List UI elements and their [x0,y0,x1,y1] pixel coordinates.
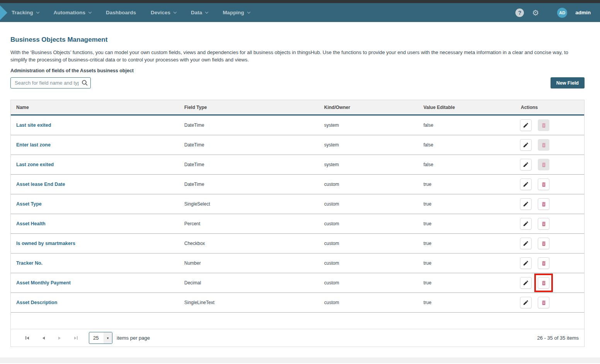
value-editable-value: false [418,122,515,128]
field-type-value: DateTime [179,162,319,167]
pencil-icon [523,201,529,207]
actions-cell [515,179,584,190]
delete-button[interactable] [538,238,549,249]
kind-owner-value: custom [319,182,418,187]
delete-button[interactable] [538,257,549,269]
pager-first-button[interactable] [24,335,31,341]
field-name-link[interactable]: Asset Monthly Payment [11,280,179,286]
search-input[interactable] [10,77,91,88]
value-editable-value: true [418,182,515,187]
chevron-down-icon [247,10,250,13]
table-row: Last zone exited DateTime system false [11,155,584,175]
nav-item-dashboards[interactable]: Dashboards [106,10,136,15]
delete-button[interactable] [538,297,549,308]
delete-button[interactable] [538,198,549,210]
actions-cell [515,218,584,230]
value-editable-value: false [418,162,515,167]
actions-cell [515,159,584,170]
user-menu[interactable]: admin [575,10,591,15]
delete-button[interactable] [538,277,549,289]
nav-item-mapping[interactable]: Mapping [223,10,250,15]
edit-button[interactable] [520,179,532,190]
chevron-down-icon: ▾ [104,332,112,344]
page-description: With the ‘Business Objects’ functions, y… [10,49,585,63]
delete-button[interactable] [538,139,549,151]
trash-icon [541,300,547,306]
field-type-value: Decimal [179,280,319,286]
edit-button[interactable] [520,277,532,289]
chevron-down-icon [205,10,208,13]
field-name-link[interactable]: Asset Type [11,201,179,207]
top-strip [0,0,600,3]
trash-icon [541,201,547,207]
field-type-value: Percent [179,221,319,226]
field-type-value: Checkbox [179,241,319,246]
kind-owner-value: system [319,122,418,128]
pencil-icon [523,181,529,187]
trash-icon [541,221,547,227]
field-name-link[interactable]: Last zone exited [11,162,179,167]
new-field-button[interactable]: New Field [551,77,585,88]
pager-last-button[interactable] [73,335,79,341]
field-name-link[interactable]: Is owned by smartmakers [11,241,179,246]
edit-button[interactable] [520,119,532,131]
pager-next-button[interactable] [57,335,62,341]
field-name-link[interactable]: Asset Description [11,300,179,305]
delete-button[interactable] [538,218,549,230]
kind-owner-value: custom [319,221,418,226]
edit-button[interactable] [520,297,532,308]
edit-button[interactable] [520,218,532,230]
table-row: Asset Type SingleSelect custom true [11,194,584,214]
column-header-name: Name [11,105,179,110]
field-name-link[interactable]: Enter last zone [11,142,179,148]
field-type-value: DateTime [179,142,319,148]
kind-owner-value: custom [319,300,418,305]
edit-button[interactable] [520,159,532,170]
kind-owner-value: system [319,142,418,148]
field-type-value: SingleLineText [179,300,319,305]
section-subtitle: Administration of fields of the Assets b… [10,68,585,73]
empty-row [11,313,584,329]
table-row: Asset Health Percent custom true [11,214,584,234]
page-size-select[interactable]: 25 ▾ [89,332,112,344]
value-editable-value: true [418,300,515,305]
trash-icon [541,182,547,187]
trash-icon [541,260,547,266]
nav-right: ? ⚙ AD admin [515,8,591,18]
field-name-link[interactable]: Asset Health [11,221,179,226]
edit-button[interactable] [520,238,532,249]
field-name-link[interactable]: Asset lease End Date [11,182,179,187]
nav-item-tracking[interactable]: Tracking [12,10,39,15]
delete-button[interactable] [538,159,549,170]
main-navbar: TrackingAutomationsDashboardsDevicesData… [0,3,600,22]
edit-button[interactable] [520,257,532,269]
nav-item-automations[interactable]: Automations [54,10,92,15]
sidebar-toggle-arrow-icon[interactable] [0,5,7,20]
pencil-icon [523,221,529,227]
table-header: Name Field Type Kind/Owner Value Editabl… [11,100,584,116]
table-row: Asset Monthly Payment Decimal custom tru… [11,273,584,293]
search-wrap [10,77,91,88]
edit-button[interactable] [520,139,532,151]
actions-cell [515,119,584,131]
help-icon[interactable]: ? [515,9,524,17]
actions-cell [515,277,584,289]
field-name-link[interactable]: Tracker No. [11,260,179,266]
nav-item-data[interactable]: Data [191,10,208,15]
nav-item-devices[interactable]: Devices [151,10,176,15]
table-row: Is owned by smartmakers Checkbox custom … [11,234,584,253]
delete-button[interactable] [538,179,549,190]
pencil-icon [523,260,529,266]
avatar[interactable]: AD [557,8,567,18]
delete-button[interactable] [538,119,549,131]
field-name-link[interactable]: Last site exited [11,122,179,128]
trash-icon [541,280,547,286]
gear-icon[interactable]: ⚙ [532,9,539,17]
nav-item-label: Automations [54,10,86,15]
value-editable-value: false [418,142,515,148]
pencil-icon [523,122,529,128]
pager-prev-button[interactable] [41,335,46,341]
edit-button[interactable] [520,198,532,210]
column-header-value-editable: Value Editable [418,105,515,110]
chevron-down-icon [88,10,92,13]
